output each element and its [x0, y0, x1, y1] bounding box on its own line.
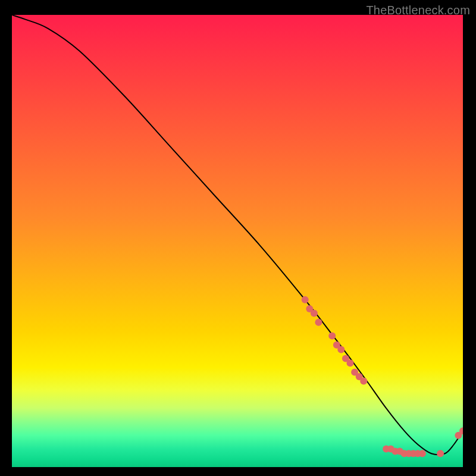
data-point: [311, 310, 318, 317]
data-point: [337, 346, 345, 353]
data-point: [360, 378, 367, 385]
chart-stage: TheBottleneck.com: [0, 0, 476, 476]
data-point: [419, 450, 426, 457]
chart-svg: [12, 15, 463, 467]
watermark-text: TheBottleneck.com: [366, 4, 470, 17]
gradient-background: [12, 15, 463, 467]
plot-area: [12, 15, 463, 467]
data-point: [328, 333, 336, 340]
data-point: [315, 319, 322, 326]
data-point: [347, 359, 354, 367]
data-point: [302, 296, 309, 303]
data-point: [437, 450, 444, 457]
